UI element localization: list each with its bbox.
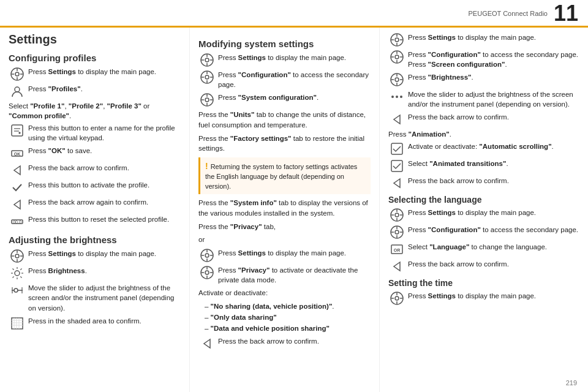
step-row: Press the back arrow to confirm. <box>9 163 181 177</box>
step-text: Select "Animated transitions". <box>408 159 579 168</box>
section-configuring-profiles: Configuring profiles <box>9 53 181 63</box>
step-row: Press Settings to display the main page. <box>198 53 371 67</box>
page-number: 219 <box>566 379 577 387</box>
svg-marker-72 <box>204 339 210 348</box>
step-row: Press Brightness. <box>9 266 181 280</box>
svg-marker-112 <box>394 262 400 271</box>
section-modifying: Modifying system settings <box>198 39 371 49</box>
settings-icon <box>388 225 405 239</box>
settings-icon <box>388 33 405 47</box>
step-text: Press Brightness. <box>28 266 181 276</box>
step-row: Press Settings to display the main page. <box>198 248 371 262</box>
svg-text:00.0: 00.0 <box>13 220 21 224</box>
svg-point-80 <box>395 55 399 59</box>
step-row: Move the slider to adjust the brightness… <box>388 89 579 109</box>
left-column: Settings Configuring profiles Press Sett… <box>0 28 190 392</box>
svg-line-27 <box>13 269 14 270</box>
svg-rect-7 <box>12 125 23 136</box>
back-icon <box>198 337 216 350</box>
main-title: Settings <box>9 32 181 47</box>
settings-icon <box>9 67 26 81</box>
activate-text: Activate or deactivate: <box>198 288 371 298</box>
step-row: 00.0 Press this button to reset the sele… <box>9 214 181 228</box>
svg-point-105 <box>395 230 399 234</box>
checkbox-icon <box>388 159 405 173</box>
settings-icon <box>9 249 26 263</box>
step-text: Press the back arrow to confirm. <box>408 112 579 122</box>
brightness-label-icon <box>388 73 405 86</box>
step-row: Press Settings to display the main page. <box>9 249 181 263</box>
para4b: or <box>198 235 371 245</box>
step-text: Press Settings to display the main page. <box>218 248 371 258</box>
svg-point-32 <box>14 288 18 292</box>
step-text: Press the back arrow to confirm. <box>218 336 371 346</box>
step-text: Press in the shaded area to confirm. <box>28 316 181 326</box>
svg-point-43 <box>205 58 209 62</box>
svg-text:OR: OR <box>394 248 401 252</box>
svg-marker-94 <box>394 115 400 124</box>
step-text: Press "Brightness". <box>408 72 579 82</box>
svg-point-1 <box>15 72 19 76</box>
step-row: Press Settings to display the main page. <box>388 208 579 222</box>
settings-icon <box>198 70 216 84</box>
page-header: PEUGEOT Connect Radio 11 <box>0 0 588 28</box>
chapter-number: 11 <box>554 2 578 24</box>
shaded-icon <box>9 317 26 330</box>
edit-icon <box>9 124 26 137</box>
profile-icon <box>9 85 26 98</box>
section-brightness: Adjusting the brightness <box>9 235 181 245</box>
settings-icon <box>198 249 216 262</box>
step-text: Press this button to activate the profil… <box>28 180 181 190</box>
svg-point-49 <box>205 75 209 79</box>
check-icon <box>9 181 26 194</box>
step-text: Press "Configuration" to access the seco… <box>408 50 579 69</box>
select-profile-text: Select "Profile 1", "Profile 2", "Profil… <box>9 101 181 121</box>
back-icon <box>388 113 405 126</box>
step-text: Select "Language" to change the language… <box>408 242 579 252</box>
checkbox-icon <box>388 142 405 156</box>
svg-line-30 <box>13 277 14 278</box>
step-row: OK Press "OK" to save. <box>9 146 181 160</box>
svg-marker-97 <box>394 179 400 187</box>
step-row: Press the back arrow to confirm. <box>388 176 579 190</box>
settings-icon <box>388 208 405 222</box>
step-row: Select "Animated transitions". <box>388 159 579 173</box>
step-row: Press Settings to display the main page. <box>388 291 579 305</box>
svg-line-28 <box>20 277 21 278</box>
reset-icon: 00.0 <box>9 215 26 228</box>
back-icon <box>9 198 26 211</box>
step-row: Press the back arrow to confirm. <box>198 336 371 350</box>
step-text: Press the back arrow again to confirm. <box>28 197 181 207</box>
svg-marker-13 <box>14 200 20 209</box>
step-row: Activate or deactivate: "Automatic scrol… <box>388 141 579 156</box>
step-text: Press the back arrow to confirm. <box>408 176 579 186</box>
step-row: Press "Brightness". <box>388 72 579 86</box>
svg-point-99 <box>395 213 399 217</box>
step-text: Press this button to enter a name for th… <box>28 123 181 143</box>
settings-icon <box>198 266 216 279</box>
svg-text:OK: OK <box>14 152 21 156</box>
svg-rect-35 <box>12 318 23 329</box>
svg-point-74 <box>395 38 399 42</box>
para3: Press the "System info" tab to display t… <box>198 198 371 218</box>
step-row: Press in the shaded area to confirm. <box>9 316 181 330</box>
language-icon: OR <box>388 243 405 256</box>
svg-line-29 <box>20 269 21 270</box>
step-row: Press the back arrow again to confirm. <box>9 197 181 211</box>
step-row: Press "System configuration". <box>198 92 371 107</box>
step-row: Press "Configuration" to access the seco… <box>388 50 579 69</box>
back-icon <box>9 164 26 177</box>
section-language: Selecting the language <box>388 195 579 205</box>
step-row: Press the back arrow to confirm. <box>388 259 579 273</box>
svg-point-92 <box>396 96 398 98</box>
svg-rect-95 <box>391 143 402 154</box>
back-icon <box>388 260 405 273</box>
step-row: Press this button to activate the profil… <box>9 180 181 194</box>
step-text: Move the slider to adjust the brightness… <box>408 89 579 109</box>
middle-column: Modifying system settings Press Settings… <box>190 28 380 392</box>
step-row: Press "Privacy" to activate or deactivat… <box>198 265 371 285</box>
settings-icon <box>388 50 405 64</box>
step-row: Press "Configuration" to access the seco… <box>198 70 371 89</box>
svg-point-22 <box>15 271 20 276</box>
step-text: Press Settings to display the main page. <box>408 32 579 42</box>
